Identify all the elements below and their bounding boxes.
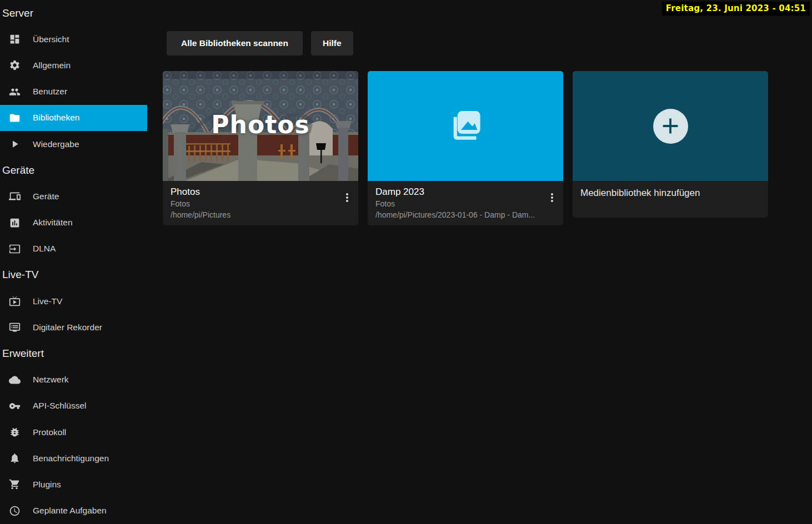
more-vert-icon[interactable] xyxy=(543,188,561,207)
bar-chart-icon xyxy=(8,216,21,229)
library-card-damp-2023[interactable]: Damp 2023 Fotos /home/pi/Pictures/2023-0… xyxy=(368,71,563,225)
sidebar-item-label: API-Schlüssel xyxy=(33,401,86,411)
sidebar-item-wiedergabe[interactable]: Wiedergabe xyxy=(0,131,147,157)
folder-icon xyxy=(8,111,21,124)
library-path: /home/pi/Pictures/2023-01-06 - Damp - Da… xyxy=(375,210,555,220)
sidebar-item-allgemein[interactable]: Allgemein xyxy=(0,52,147,78)
sidebar-item-protokoll[interactable]: Protokoll xyxy=(0,419,147,445)
add-icon xyxy=(653,109,688,144)
sidebar-item-geplante-aufgaben[interactable]: Geplante Aufgaben xyxy=(0,498,147,524)
sidebar-item-geraete[interactable]: Geräte xyxy=(0,183,147,209)
scan-all-libraries-button[interactable]: Alle Bibliotheken scannen xyxy=(167,31,303,56)
library-type: Fotos xyxy=(375,199,555,209)
sidebar-item-dlna[interactable]: DLNA xyxy=(0,236,147,262)
dashboard-icon xyxy=(8,33,21,46)
sidebar-item-label: Digitaler Rekorder xyxy=(33,323,102,332)
add-library-card[interactable]: Medienbibliothek hinzufügen xyxy=(573,71,768,218)
input-icon xyxy=(8,242,21,255)
sidebar-section-live-tv: Live-TV xyxy=(0,262,147,288)
sidebar-item-label: Protokoll xyxy=(33,427,66,437)
cart-icon xyxy=(8,478,21,491)
library-card-list: Photos Photos Fotos /home/pi/Pictures xyxy=(147,56,812,225)
dashboard-content: Alle Bibliotheken scannen Hilfe xyxy=(147,0,812,524)
sidebar: Server Übersicht Allgemein Benutzer Bibl… xyxy=(0,0,147,524)
sidebar-item-aktivitaeten[interactable]: Aktivitäten xyxy=(0,210,147,236)
library-cover-blue xyxy=(368,71,563,181)
sidebar-item-label: Benachrichtigungen xyxy=(33,454,109,463)
card-footer: Damp 2023 Fotos /home/pi/Pictures/2023-0… xyxy=(368,181,563,225)
bell-icon xyxy=(8,452,21,465)
dvr-icon xyxy=(8,321,21,334)
live-tv-icon xyxy=(8,295,21,308)
sidebar-section-server: Server xyxy=(0,0,147,26)
sidebar-item-bibliotheken[interactable]: Bibliotheken xyxy=(0,105,147,131)
library-type: Fotos xyxy=(171,199,350,209)
sidebar-item-label: DLNA xyxy=(33,244,56,254)
cloud-icon xyxy=(8,373,21,386)
clock-icon xyxy=(8,504,21,517)
sidebar-item-benachrichtigungen[interactable]: Benachrichtigungen xyxy=(0,445,147,471)
sidebar-section-erweitert: Erweitert xyxy=(0,340,147,366)
sidebar-item-label: Bibliotheken xyxy=(33,113,79,123)
play-icon xyxy=(8,138,21,151)
sidebar-item-api-schluessel[interactable]: API-Schlüssel xyxy=(0,393,147,419)
sidebar-item-label: Geplante Aufgaben xyxy=(33,506,107,516)
library-path: /home/pi/Pictures xyxy=(171,210,350,220)
sidebar-item-label: Allgemein xyxy=(33,61,71,70)
sidebar-item-live-tv[interactable]: Live-TV xyxy=(0,288,147,314)
card-footer: Photos Fotos /home/pi/Pictures xyxy=(163,181,358,225)
more-vert-icon[interactable] xyxy=(338,188,356,207)
key-icon xyxy=(8,399,21,412)
card-footer: Medienbibliothek hinzufügen xyxy=(573,181,768,218)
library-title: Damp 2023 xyxy=(375,186,555,198)
library-cover-photo: Photos xyxy=(163,71,358,181)
sidebar-item-label: Wiedergabe xyxy=(33,139,79,149)
bug-icon xyxy=(8,426,21,439)
sidebar-item-benutzer[interactable]: Benutzer xyxy=(0,79,147,105)
sidebar-item-digitaler-rekorder[interactable]: Digitaler Rekorder xyxy=(0,314,147,340)
sidebar-item-plugins[interactable]: Plugins xyxy=(0,471,147,497)
sidebar-item-netzwerk[interactable]: Netzwerk xyxy=(0,367,147,393)
devices-icon xyxy=(8,190,21,203)
add-library-cover xyxy=(573,71,768,181)
help-button[interactable]: Hilfe xyxy=(311,31,353,56)
sidebar-item-label: Benutzer xyxy=(33,87,67,97)
datetime-overlay: Freitag, 23. Juni 2023 - 04:51 xyxy=(662,2,810,16)
photo-library-icon xyxy=(448,107,483,145)
add-library-label: Medienbibliothek hinzufügen xyxy=(580,187,760,199)
sidebar-item-label: Geräte xyxy=(33,192,59,201)
library-title: Photos xyxy=(171,186,350,198)
sidebar-item-label: Plugins xyxy=(33,480,61,490)
sidebar-item-label: Live-TV xyxy=(33,296,62,306)
sidebar-item-label: Aktivitäten xyxy=(33,218,73,228)
sidebar-item-label: Übersicht xyxy=(33,34,69,44)
sidebar-section-geraete: Geräte xyxy=(0,157,147,183)
sidebar-item-label: Netzwerk xyxy=(33,375,69,385)
gear-icon xyxy=(8,59,21,72)
cover-title: Photos xyxy=(211,110,309,139)
library-card-photos[interactable]: Photos Photos Fotos /home/pi/Pictures xyxy=(163,71,358,225)
users-icon xyxy=(8,85,21,98)
sidebar-item-uebersicht[interactable]: Übersicht xyxy=(0,26,147,52)
